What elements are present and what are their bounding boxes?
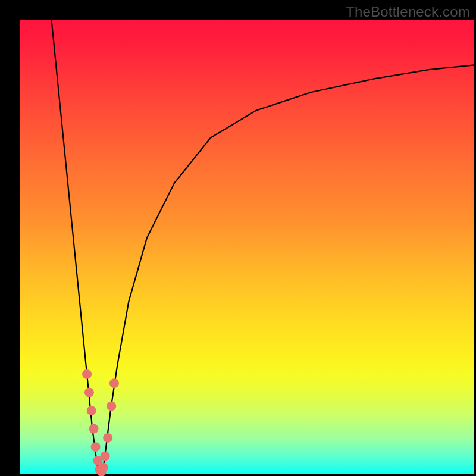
watermark-text: TheBottleneck.com: [346, 4, 470, 20]
dip-marker: [84, 387, 94, 397]
curves-layer: [20, 20, 474, 474]
dip-marker: [89, 424, 99, 434]
chart-frame: TheBottleneck.com: [0, 0, 476, 476]
dip-marker: [101, 451, 110, 461]
dip-marker: [103, 433, 112, 443]
dip-marker: [109, 378, 119, 388]
dip-marker: [99, 463, 108, 472]
dip-marker: [82, 369, 92, 379]
dip-marker: [107, 401, 116, 411]
curve-right-branch: [102, 65, 474, 474]
dip-marker: [87, 406, 96, 415]
dip-marker: [91, 442, 101, 452]
